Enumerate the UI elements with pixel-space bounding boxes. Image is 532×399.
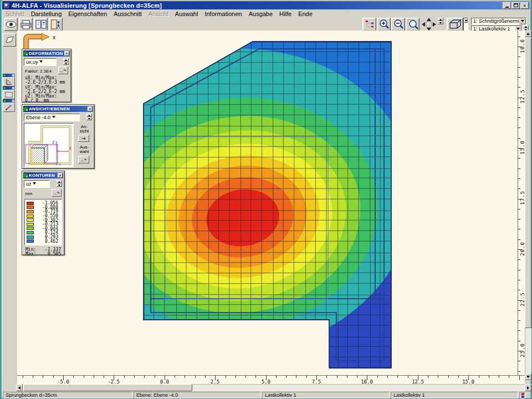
panel-close-icon[interactable]: ▪ [58,173,63,178]
scroll-down-icon[interactable] [525,374,531,380]
measure-pencil-icon[interactable] [3,103,15,112]
deformation-combobox[interactable]: ux,uy [24,58,57,66]
mini-panel-caption[interactable] [3,74,15,77]
axis-info-icon[interactable] [3,77,15,86]
pan-icon[interactable] [421,17,437,32]
plane-preview[interactable]: Z X Y [24,123,74,167]
ruler-tick [518,310,520,311]
horizontal-scroll-thumb[interactable] [23,384,192,391]
mini-panel-caption[interactable] [3,99,15,103]
ebene-spinner[interactable] [86,114,92,121]
eye-icon[interactable] [4,18,18,31]
legend-swatch [27,223,34,226]
exit-icon[interactable] [49,18,63,31]
ruler-tick [518,188,520,189]
scroll-right-icon[interactable] [525,384,531,391]
menu-item-darstellung[interactable]: Darstellung [28,11,65,17]
legend-max-value: 0.505 [48,252,61,257]
view-spinner[interactable] [438,18,443,25]
ruler-tick [518,361,520,361]
ruler-tick [134,376,135,378]
ruler-tick [73,376,74,378]
horizontal-scrollbar[interactable] [16,384,525,391]
konturen-spinner[interactable] [57,180,62,187]
toolbar: 1: Schnittgrößenermittlung 1: Lastkollek… [2,17,530,32]
scroll-left-icon[interactable] [16,384,23,391]
zoom-out-icon[interactable] [391,18,405,31]
contour-plot[interactable] [17,30,518,375]
deformation-spinner[interactable] [63,58,69,65]
mini-panel-caption[interactable] [3,86,15,90]
levels-icon[interactable] [362,18,376,31]
ruler-tick [33,376,33,378]
panel-konturen-caption[interactable]: KONTUREN ▪ [23,172,63,178]
panel-ansicht-caption[interactable]: ANSICHT/EBENEN ▪ [23,106,93,112]
ruler-vertical: 10.012.515.017.520.022.525.0 [518,30,525,375]
menu-item-ansicht: Ansicht [145,11,172,17]
ruler-tick [518,219,520,219]
title-bar[interactable]: 4H-ALFA - Visualisierung [Sprungbecken d… [2,1,530,9]
ruler-tick [518,209,520,209]
ruler-tick [428,376,428,378]
pages-icon[interactable] [34,18,48,31]
ruler-tick [94,376,94,378]
app-icon [3,2,10,9]
ruler-tick [499,376,499,378]
scroll-up-icon[interactable] [525,30,531,37]
apply-icon[interactable]: ‥↷ [58,66,68,74]
panel-icon [24,107,28,111]
vertical-scroll-thumb[interactable] [525,38,531,328]
konturen-unit: mm [25,191,32,196]
analysis-combobox[interactable]: 1: Schnittgrößenermittlung [471,18,526,25]
status-link-icon[interactable] [519,392,526,398]
close-button[interactable]: × [520,2,529,9]
menu-item-ausschnitt[interactable]: Ausschnitt [110,11,145,17]
ruler-tick [519,376,520,380]
ruler-tick [518,57,520,57]
deformation-combobox-arrow[interactable] [39,59,43,65]
menu-item-hilfe[interactable]: Hilfe [276,11,295,17]
zoom-window-icon[interactable] [406,18,420,31]
axis-x-label: x [53,34,55,40]
ruler-tick [104,376,104,378]
ruler-tick [518,259,520,260]
panel-close-icon[interactable]: ▪ [64,51,69,56]
menu-item-informationen[interactable]: Informationen [201,11,245,17]
konturen-combobox-arrow[interactable] [33,181,36,187]
zoom-in-icon[interactable] [377,18,391,31]
auswahl-apply-icon[interactable]: ‥↷ [78,156,89,163]
box-3d-dropdown[interactable] [463,18,468,31]
panel-deformation-caption[interactable]: DEFORMATION ▪ [23,50,70,57]
value-display-icon[interactable] [3,90,15,99]
panel-konturen-title: KONTUREN [29,173,58,178]
ruler-tick [518,290,520,290]
ruler-tick [84,376,84,378]
ruler-tick [518,330,520,331]
box-3d-icon[interactable] [447,18,463,31]
maximize-button[interactable] [511,2,520,9]
panel-icon [24,173,28,177]
konturen-combobox[interactable]: uz [24,180,50,188]
menu-item-ausgabe[interactable]: Ausgabe [245,11,276,17]
konturen-combobox-value: uz [26,181,32,187]
menu-item-auswahl[interactable]: Auswahl [172,11,202,17]
panel-close-icon[interactable]: ▪ [88,106,93,111]
panel-ansicht: ANSICHT/EBENEN ▪ Ebene -4.0 Z [22,104,95,169]
ruler-tick [347,376,347,378]
ruler-tick [286,376,287,378]
drawing-canvas[interactable]: x [17,30,518,375]
left-sidebar [2,32,17,384]
ruler-tick [458,376,459,378]
ansicht-apply-icon[interactable]: ⇒ [78,135,89,142]
apply-icon[interactable]: ‥↷ [52,189,62,197]
plane-polygon-icon[interactable] [3,33,16,47]
analysis-combobox-arrow[interactable] [519,18,526,24]
vertical-scrollbar[interactable] [525,30,531,381]
printer-icon[interactable] [19,18,33,31]
menu-item-eigenschaften[interactable]: Eigenschaften [65,11,110,17]
menu-item-ende[interactable]: Ende [295,11,316,17]
ebene-combobox[interactable]: Ebene -4.0 [24,114,80,121]
ruler-tick [518,158,520,158]
minimize-button[interactable] [503,2,511,9]
ebene-combobox-arrow[interactable] [52,115,55,120]
